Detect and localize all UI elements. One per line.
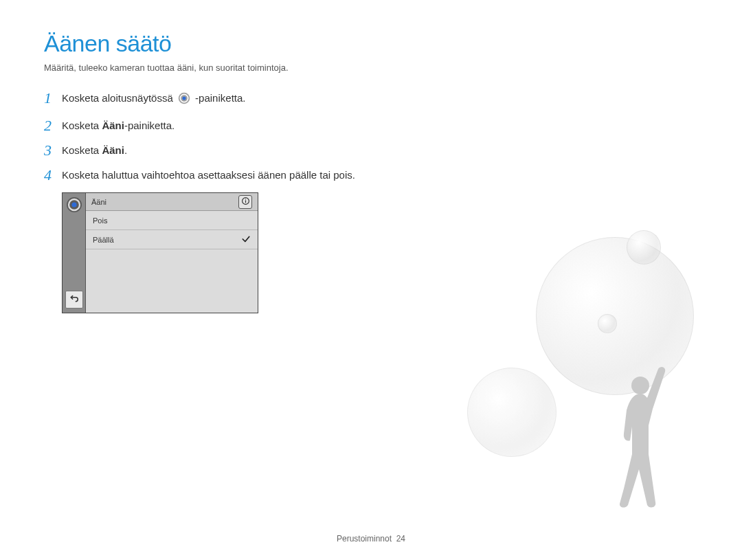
bubble-icon bbox=[627, 230, 661, 265]
option-label: Pois bbox=[93, 216, 107, 225]
screenshot-title: Ääni bbox=[91, 198, 106, 206]
step-text: Kosketa bbox=[62, 120, 102, 131]
check-icon bbox=[241, 234, 251, 245]
bubble-icon bbox=[598, 314, 617, 333]
svg-point-5 bbox=[71, 202, 76, 207]
step-number: 4 bbox=[44, 168, 62, 183]
step-text: Kosketa bbox=[62, 144, 102, 156]
settings-gear-icon bbox=[178, 92, 190, 109]
step-text-bold: Ääni bbox=[102, 120, 124, 131]
step-number: 3 bbox=[44, 143, 62, 158]
step-1: 1 Kosketa aloitusnäytössä -painiketta. bbox=[44, 91, 698, 109]
page-footer: Perustoiminnot 24 bbox=[0, 534, 742, 544]
screenshot-body: Ääni Pois Päällä bbox=[86, 193, 258, 313]
step-text: Kosketa aloitusnäytössä bbox=[62, 92, 176, 104]
step-text: Kosketa haluttua vaihtoehtoa asettaakses… bbox=[62, 168, 355, 183]
info-button[interactable] bbox=[238, 195, 252, 209]
step-3: 3 Kosketa Ääni. bbox=[44, 143, 698, 158]
back-button[interactable] bbox=[65, 291, 83, 309]
footer-section: Perustoiminnot bbox=[337, 534, 392, 544]
step-4: 4 Kosketa haluttua vaihtoehtoa asettaaks… bbox=[44, 168, 698, 183]
info-icon bbox=[241, 197, 250, 207]
decorative-illustration bbox=[426, 230, 715, 519]
svg-point-2 bbox=[182, 96, 186, 100]
gear-icon[interactable] bbox=[65, 196, 83, 214]
option-row-on[interactable]: Päällä bbox=[86, 230, 258, 249]
option-row-off[interactable]: Pois bbox=[86, 211, 258, 230]
option-label: Päällä bbox=[93, 236, 114, 244]
step-text: . bbox=[124, 144, 127, 156]
screenshot-sidebar bbox=[63, 193, 86, 313]
device-screenshot: Ääni Pois Päällä bbox=[62, 192, 258, 313]
footer-page-number: 24 bbox=[396, 534, 405, 544]
step-number: 1 bbox=[44, 91, 62, 106]
svg-point-8 bbox=[245, 199, 245, 199]
step-text: -painiketta. bbox=[195, 92, 245, 104]
svg-point-9 bbox=[631, 377, 649, 394]
page-title: Äänen säätö bbox=[44, 30, 698, 57]
page-subtitle: Määritä, tuleeko kameran tuottaa ääni, k… bbox=[44, 63, 698, 73]
bubble-icon bbox=[536, 237, 694, 395]
step-2: 2 Kosketa Ääni-painiketta. bbox=[44, 118, 698, 133]
bubble-icon bbox=[467, 368, 556, 457]
back-arrow-icon bbox=[69, 293, 79, 306]
step-list: 1 Kosketa aloitusnäytössä -painiketta. 2… bbox=[44, 91, 698, 183]
step-text: -painiketta. bbox=[124, 120, 175, 131]
step-text-bold: Ääni bbox=[102, 144, 124, 156]
child-silhouette-icon bbox=[592, 351, 675, 512]
step-number: 2 bbox=[44, 118, 62, 133]
screenshot-header: Ääni bbox=[86, 193, 258, 211]
